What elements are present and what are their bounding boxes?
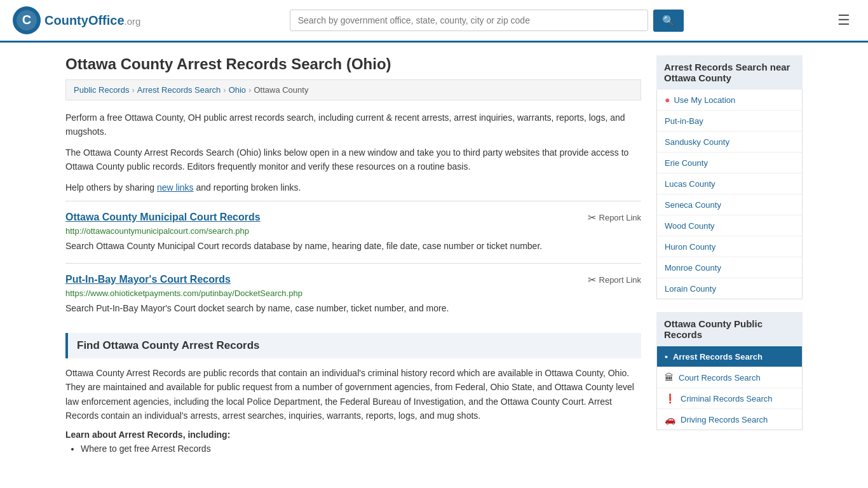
use-my-location-item[interactable]: ● Use My Location <box>657 90 802 111</box>
breadcrumb: Public Records › Arrest Records Search ›… <box>65 79 641 100</box>
sidebar: Arrest Records Search near Ottawa County… <box>656 55 803 456</box>
page-body: Ottawa County Arrest Records Search (Ohi… <box>53 43 815 468</box>
breadcrumb-sep-2: › <box>223 85 226 95</box>
main-content: Ottawa County Arrest Records Search (Ohi… <box>65 55 641 456</box>
nearby-item-7[interactable]: Monroe County <box>657 257 802 278</box>
search-bar: 🔍 <box>290 10 684 32</box>
description-3: Help others by sharing new links and rep… <box>65 180 641 194</box>
nearby-item-2[interactable]: Erie County <box>657 152 802 173</box>
nearby-item-6[interactable]: Huron County <box>657 236 802 257</box>
breadcrumb-current: Ottawa County <box>254 85 308 95</box>
report-link-1[interactable]: ✂ Report Link <box>588 212 641 224</box>
report-icon-2: ✂ <box>588 274 596 286</box>
driving-records-icon: 🚗 <box>665 414 675 424</box>
breadcrumb-public-records[interactable]: Public Records <box>74 85 129 95</box>
criminal-records-icon: ❗ <box>665 393 675 403</box>
record-url-1[interactable]: http://ottawacountymunicipalcourt.com/se… <box>65 226 641 236</box>
breadcrumb-sep-1: › <box>132 85 134 95</box>
nearby-item-4[interactable]: Seneca County <box>657 194 802 215</box>
search-button[interactable]: 🔍 <box>653 10 684 32</box>
breadcrumb-arrest-records[interactable]: Arrest Records Search <box>137 85 221 95</box>
hamburger-icon: ☰ <box>837 12 850 28</box>
record-title-row-1: Ottawa County Municipal Court Records ✂ … <box>65 212 641 224</box>
page-title: Ottawa County Arrest Records Search (Ohi… <box>65 55 641 73</box>
record-title-link-1[interactable]: Ottawa County Municipal Court Records <box>65 212 261 223</box>
learn-title: Learn about Arrest Records, including: <box>65 430 641 440</box>
breadcrumb-sep-3: › <box>248 85 251 95</box>
pub-rec-item-0[interactable]: ▪ Arrest Records Search <box>657 346 802 367</box>
record-title-row-2: Put-In-Bay Mayor's Court Records ✂ Repor… <box>65 274 641 286</box>
pub-rec-item-3[interactable]: 🚗 Driving Records Search <box>657 409 802 430</box>
record-entry-1: Ottawa County Municipal Court Records ✂ … <box>65 201 641 258</box>
nearby-item-3[interactable]: Lucas County <box>657 173 802 194</box>
record-desc-1: Search Ottawa County Municipal Court rec… <box>65 240 641 253</box>
nearby-item-1[interactable]: Sandusky County <box>657 132 802 152</box>
nearby-list: ● Use My Location Put-in-Bay Sandusky Co… <box>656 90 803 299</box>
nearby-header: Arrest Records Search near Ottawa County <box>656 55 803 90</box>
public-records-section: Ottawa County Public Records ▪ Arrest Re… <box>656 312 803 430</box>
search-icon: 🔍 <box>662 15 675 26</box>
nearby-item-5[interactable]: Wood County <box>657 215 802 236</box>
nearby-item-8[interactable]: Lorain County <box>657 278 802 299</box>
logo-text: CountyOffice.org <box>44 13 140 28</box>
public-records-header: Ottawa County Public Records <box>656 312 803 346</box>
nearby-section: Arrest Records Search near Ottawa County… <box>656 55 803 299</box>
menu-button[interactable]: ☰ <box>832 10 855 31</box>
logo[interactable]: C CountyOffice.org <box>13 6 140 34</box>
record-title-link-2[interactable]: Put-In-Bay Mayor's Court Records <box>65 274 231 285</box>
record-desc-2: Search Put-In-Bay Mayor's Court docket s… <box>65 302 641 315</box>
logo-icon: C <box>13 6 41 34</box>
new-links-link[interactable]: new links <box>157 182 194 193</box>
find-section-header: Find Ottawa County Arrest Records <box>65 333 641 358</box>
court-records-icon: 🏛 <box>665 372 674 383</box>
find-body-text: Ottawa County Arrest Records are public … <box>65 366 641 423</box>
report-link-2[interactable]: ✂ Report Link <box>588 274 641 286</box>
arrest-records-icon: ▪ <box>665 351 668 362</box>
bullet-list: Where to get free Arrest Records <box>65 444 641 454</box>
search-input[interactable] <box>290 10 648 31</box>
description-1: Perform a free Ottawa County, OH public … <box>65 111 641 139</box>
use-my-location-link[interactable]: Use My Location <box>674 95 735 105</box>
site-header: C CountyOffice.org 🔍 ☰ <box>0 0 868 43</box>
pub-rec-item-1[interactable]: 🏛 Court Records Search <box>657 367 802 388</box>
record-entry-2: Put-In-Bay Mayor's Court Records ✂ Repor… <box>65 263 641 320</box>
report-icon-1: ✂ <box>588 212 596 224</box>
location-icon: ● <box>665 95 670 105</box>
public-records-list: ▪ Arrest Records Search 🏛 Court Records … <box>656 346 803 430</box>
breadcrumb-ohio[interactable]: Ohio <box>229 85 246 95</box>
svg-text:C: C <box>22 13 31 27</box>
nearby-item-0[interactable]: Put-in-Bay <box>657 111 802 132</box>
record-url-2[interactable]: https://www.ohioticketpayments.com/putin… <box>65 288 641 298</box>
description-2: The Ottawa County Arrest Records Search … <box>65 146 641 174</box>
bullet-item-1: Where to get free Arrest Records <box>81 444 641 454</box>
pub-rec-item-2[interactable]: ❗ Criminal Records Search <box>657 388 802 409</box>
